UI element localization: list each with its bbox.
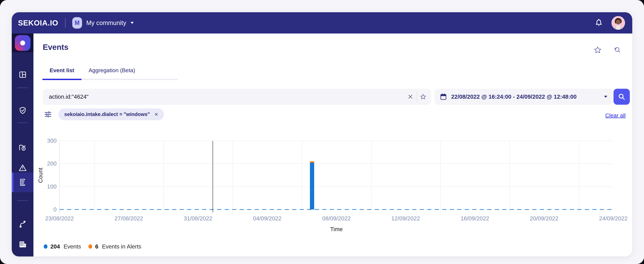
chart-legend: 204Events6Events in Alerts [44, 243, 146, 250]
community-selector[interactable]: M My community [72, 17, 134, 29]
sekoia-app-logo-icon [15, 35, 30, 51]
x-tick-label: 08/09/2022 [322, 215, 351, 222]
top-navigation-bar: SEKOIA.IO M My community [12, 12, 632, 34]
events-list-icon [18, 178, 27, 187]
sidebar-item-cases[interactable] [12, 138, 34, 157]
y-axis-ticks: 0100200300 [34, 141, 56, 209]
v-gridline [510, 141, 510, 214]
h-gridline [60, 187, 613, 187]
sekoia-brand-logo: SEKOIA.IO [18, 19, 58, 27]
events-baseline-dashed-line [60, 209, 613, 210]
v-gridline [94, 141, 94, 214]
legend-count: 204 [50, 243, 60, 250]
dashboard-icon [18, 70, 27, 79]
chart-plot[interactable] [60, 141, 613, 209]
v-gridline [440, 141, 440, 214]
community-building-icon [18, 240, 27, 249]
sidebar-divider [17, 122, 28, 123]
alerts-triangle-icon [18, 163, 27, 172]
sidebar-item-community[interactable] [12, 235, 34, 254]
clear-query-icon[interactable] [407, 93, 414, 100]
bar-segment-events [310, 163, 314, 209]
sidebar-divider [17, 200, 28, 201]
shield-check-icon [18, 106, 27, 115]
search-icon [618, 92, 626, 101]
page-title: Events [43, 43, 68, 52]
sidebar-item-dashboard[interactable] [12, 65, 34, 84]
legend-dot[interactable] [44, 244, 48, 249]
community-name: My community [86, 20, 126, 27]
cases-folder-alert-icon [18, 143, 27, 152]
remove-filter-icon[interactable] [154, 111, 159, 117]
input-divider [416, 92, 417, 101]
legend-count: 6 [95, 243, 98, 250]
active-item-accent [12, 173, 14, 192]
sidebar-item-intakes[interactable] [12, 214, 34, 234]
filters-tune-icon[interactable] [44, 110, 52, 119]
favorite-star-icon[interactable] [593, 46, 602, 54]
tab-bar: Event list Aggregation (Beta) [42, 67, 142, 80]
event-search-input[interactable]: action.id:"4624" [43, 89, 431, 105]
sidebar-item-threat-detection[interactable] [12, 101, 34, 120]
x-tick-label: 12/09/2022 [391, 215, 420, 222]
legend-label: Events [64, 243, 81, 250]
legend-dot[interactable] [88, 244, 92, 249]
y-tick-label: 100 [47, 183, 56, 190]
tab-aggregation-beta[interactable]: Aggregation (Beta) [82, 67, 142, 80]
sidebar-divider [17, 88, 28, 88]
filter-chip-label: sekoiaio.intake.dialect = "windows" [64, 111, 150, 117]
v-gridline [371, 141, 372, 214]
h-gridline [60, 164, 613, 164]
x-tick-label: 04/09/2022 [253, 215, 282, 222]
chevron-down-icon [130, 22, 134, 24]
v-gridline [232, 141, 233, 214]
app-window: SEKOIA.IO M My community [12, 12, 632, 256]
notifications-bell-icon[interactable] [594, 18, 604, 28]
calendar-icon [440, 93, 447, 101]
save-query-star-icon[interactable] [420, 93, 427, 100]
event-bar[interactable] [310, 161, 314, 209]
sidebar-item-events[interactable] [12, 173, 34, 192]
y-tick-label: 300 [47, 138, 56, 144]
chart-cursor-line [212, 141, 213, 212]
x-tick-label: 16/09/2022 [461, 215, 489, 222]
search-query-value: action.id:"4624" [49, 93, 407, 100]
filter-chip[interactable]: sekoiaio.intake.dialect = "windows" [58, 108, 164, 120]
v-gridline [579, 141, 579, 214]
main-content: Events Event list Aggregation (Beta) act… [34, 34, 632, 256]
v-gridline [164, 141, 164, 214]
y-tick-label: 0 [54, 206, 56, 213]
x-tick-label: 20/09/2022 [530, 215, 558, 222]
x-tick-label: 27/08/2022 [114, 215, 143, 222]
x-tick-label: 24/09/2022 [599, 215, 628, 222]
legend-label: Events in Alerts [102, 243, 141, 250]
desktop-background: SEKOIA.IO M My community [0, 0, 644, 264]
date-range-picker[interactable]: 22/08/2022 @ 16:24:00 - 24/09/2022 @ 12:… [434, 89, 613, 105]
sidebar-navigation [12, 34, 34, 256]
x-axis-ticks: 23/08/202227/08/202231/08/202204/09/2022… [60, 215, 613, 223]
chevron-down-icon[interactable] [604, 96, 607, 98]
y-tick-label: 200 [47, 160, 56, 167]
x-tick-label: 23/08/2022 [45, 215, 74, 222]
sidebar-item-home[interactable] [12, 34, 34, 52]
date-range-value: 22/08/2022 @ 16:24:00 - 24/09/2022 @ 12:… [451, 93, 577, 100]
bar-segment-alerts [310, 161, 314, 163]
x-axis-label: Time [60, 226, 613, 232]
v-gridline [302, 141, 302, 214]
h-gridline [60, 141, 613, 141]
clear-all-filters-link[interactable]: Clear all [605, 112, 626, 119]
search-button[interactable] [614, 89, 630, 105]
search-history-icon[interactable] [612, 46, 621, 54]
x-tick-label: 31/08/2022 [184, 215, 212, 222]
user-avatar[interactable] [612, 16, 625, 30]
intakes-plug-icon [18, 220, 27, 228]
y-axis-line [59, 141, 60, 214]
tab-event-list[interactable]: Event list [42, 67, 82, 80]
topbar-divider [65, 18, 66, 28]
community-avatar: M [72, 17, 82, 29]
